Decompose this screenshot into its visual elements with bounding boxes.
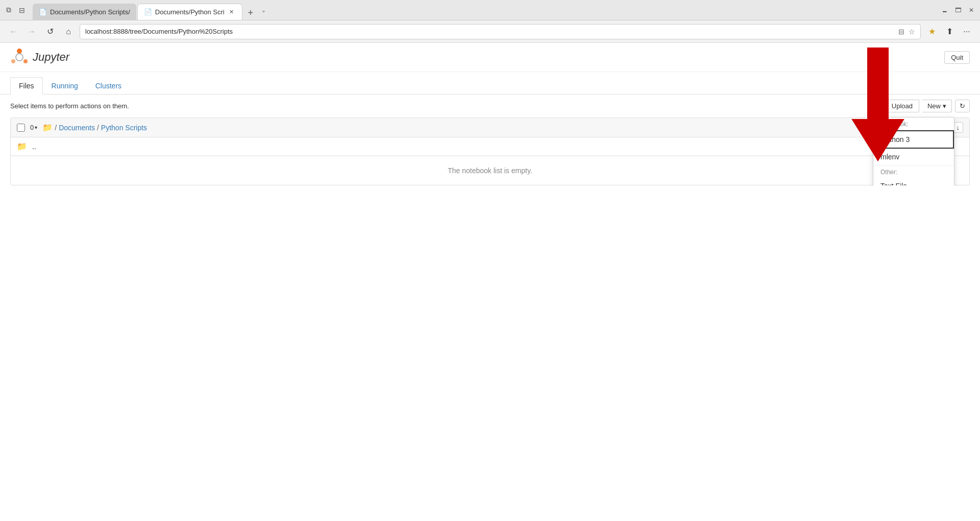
bookmark-icon[interactable]: ☆ xyxy=(909,28,915,36)
tab-2-icon: 📄 xyxy=(144,8,152,16)
new-tab-button[interactable]: + xyxy=(243,6,258,20)
close-button[interactable]: ✕ xyxy=(967,6,976,15)
breadcrumb-sep-2: / xyxy=(97,124,99,132)
reader-mode-icon[interactable]: ⊟ xyxy=(898,28,904,36)
tab-2-title: Documents/Python Scri xyxy=(155,8,225,16)
home-button[interactable]: ⌂ xyxy=(61,25,76,39)
parent-dir-row[interactable]: 📁 .. xyxy=(11,137,969,156)
select-all-checkbox[interactable] xyxy=(17,124,25,132)
jupyter-header: Jupyter Quit xyxy=(0,43,980,72)
breadcrumb-folder-icon: 📁 xyxy=(42,123,53,132)
mlenv-option[interactable]: mlenv xyxy=(873,149,954,165)
svg-point-4 xyxy=(16,54,23,61)
back-button[interactable]: ← xyxy=(6,25,20,39)
breadcrumb-current: Python Scripts xyxy=(101,124,147,132)
sort-arrow-icon: ↓ xyxy=(957,124,960,131)
new-button-label: New xyxy=(927,102,941,110)
toolbar-right: Upload New ▾ ↻ Notebook: Python 3 mlenv … xyxy=(885,100,970,112)
address-bar[interactable]: localhost:8888/tree/Documents/Python%20S… xyxy=(80,24,921,39)
tab-1[interactable]: 📄 Documents/Python Scripts/ xyxy=(33,4,136,20)
quit-button[interactable]: Quit xyxy=(944,51,970,64)
jupyter-tabs: Files Running Clusters xyxy=(0,72,980,94)
address-text: localhost:8888/tree/Documents/Python%20S… xyxy=(85,28,898,35)
titlebar-tab-restore-icon[interactable]: ⊟ xyxy=(17,6,27,15)
address-icons: ⊟ ☆ xyxy=(898,28,915,36)
jupyter-toolbar: Select items to perform actions on them.… xyxy=(0,94,980,117)
breadcrumb-sep-1: / xyxy=(55,124,57,132)
highlights-button[interactable]: ★ xyxy=(925,25,939,39)
tab-2-close-icon[interactable]: ✕ xyxy=(228,8,236,16)
upload-button[interactable]: Upload xyxy=(885,100,919,112)
refresh-button[interactable]: ↺ xyxy=(43,25,57,39)
empty-message: The notebook list is empty. xyxy=(11,156,969,185)
tab-bar: 📄 Documents/Python Scripts/ 📄 Documents/… xyxy=(33,0,934,20)
item-count: 0 ▾ xyxy=(30,124,37,131)
navbar-right: ★ ⬆ ··· xyxy=(925,25,974,39)
new-button[interactable]: New ▾ xyxy=(922,100,952,112)
text-file-option[interactable]: Text File xyxy=(873,178,954,185)
tab-2[interactable]: 📄 Documents/Python Scri ✕ xyxy=(137,4,242,20)
maximize-button[interactable]: 🗖 xyxy=(953,6,963,15)
minimize-button[interactable]: 🗕 xyxy=(940,6,949,15)
breadcrumb-documents-link[interactable]: Documents xyxy=(59,124,95,132)
item-count-value: 0 xyxy=(30,124,34,131)
page-content: Jupyter Quit Files Running Clusters Sele… xyxy=(0,43,980,185)
menu-button[interactable]: ··· xyxy=(960,25,974,39)
titlebar-back-pages-icon[interactable]: ⧉ xyxy=(4,6,13,15)
jupyter-logo: Jupyter xyxy=(10,48,69,66)
new-dropdown-menu: Notebook: Python 3 mlenv Other: Text Fil… xyxy=(873,117,954,185)
share-button[interactable]: ⬆ xyxy=(942,25,957,39)
browser-navbar: ← → ↺ ⌂ localhost:8888/tree/Documents/Py… xyxy=(0,20,980,43)
select-hint: Select items to perform actions on them. xyxy=(10,102,129,110)
file-list: 0 ▾ 📁 / Documents / Python Scripts Name … xyxy=(10,117,970,185)
new-dropdown-arrow-icon: ▾ xyxy=(943,102,946,110)
breadcrumb: 📁 / Documents / Python Scripts xyxy=(42,123,928,132)
jupyter-logo-icon xyxy=(10,48,29,66)
python3-option[interactable]: Python 3 xyxy=(873,130,954,149)
parent-dir-icon: 📁 xyxy=(17,141,27,151)
parent-dir-name: .. xyxy=(32,143,963,151)
other-section-label: Other: xyxy=(873,165,954,178)
item-count-dropdown-icon[interactable]: ▾ xyxy=(35,125,37,130)
window-controls: 🗕 🗖 ✕ xyxy=(940,6,976,15)
tab-running[interactable]: Running xyxy=(43,77,87,94)
svg-point-3 xyxy=(11,59,15,63)
jupyter-logo-text: Jupyter xyxy=(33,51,69,64)
svg-point-1 xyxy=(17,49,22,54)
page-wrapper: Jupyter Quit Files Running Clusters Sele… xyxy=(0,43,980,521)
file-list-header: 0 ▾ 📁 / Documents / Python Scripts Name … xyxy=(11,118,969,137)
tab-files[interactable]: Files xyxy=(10,77,43,94)
titlebar-actions: ⧉ ⊟ xyxy=(4,6,27,15)
notebook-section-label: Notebook: xyxy=(873,117,954,130)
svg-point-2 xyxy=(23,59,28,63)
tab-1-icon: 📄 xyxy=(39,8,47,16)
tab-list-dropdown[interactable]: ˅ xyxy=(258,8,270,20)
refresh-files-button[interactable]: ↻ xyxy=(955,100,970,112)
browser-titlebar: ⧉ ⊟ 📄 Documents/Python Scripts/ 📄 Docume… xyxy=(0,0,980,20)
tab-clusters[interactable]: Clusters xyxy=(87,77,130,94)
forward-button[interactable]: → xyxy=(24,25,39,39)
tab-1-title: Documents/Python Scripts/ xyxy=(50,8,130,16)
